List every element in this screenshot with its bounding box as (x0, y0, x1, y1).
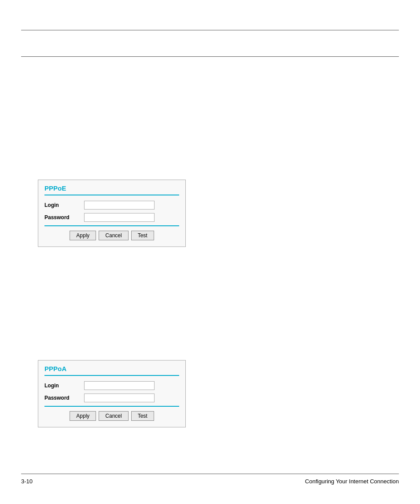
pppoe-bottom-divider (44, 225, 179, 226)
pppoe-password-input[interactable] (84, 213, 155, 222)
pppoe-apply-button[interactable]: Apply (70, 231, 96, 240)
pppoa-password-label: Password (44, 395, 84, 401)
pppoa-login-input[interactable] (84, 381, 155, 390)
pppoa-cancel-button[interactable]: Cancel (99, 411, 128, 421)
pppoa-title: PPPoA (44, 365, 179, 372)
pppoe-password-row: Password (44, 213, 179, 222)
pppoa-bottom-divider (44, 406, 179, 407)
pppoa-top-divider (44, 375, 179, 376)
pppoe-login-input[interactable] (84, 201, 155, 210)
pppoe-form-box: PPPoE Login Password Apply Cancel Test (38, 180, 186, 247)
pppoa-login-label: Login (44, 383, 84, 389)
pppoa-password-input[interactable] (84, 394, 155, 402)
pppoa-login-row: Login (44, 381, 179, 390)
pppoa-buttons: Apply Cancel Test (44, 411, 179, 421)
footer-page-number: 3-10 (21, 478, 33, 485)
pppoe-title: PPPoE (44, 184, 179, 192)
pppoe-password-label: Password (44, 214, 84, 221)
pppoa-apply-button[interactable]: Apply (70, 411, 96, 421)
pppoe-login-label: Login (44, 202, 84, 208)
footer-chapter-title: Configuring Your Internet Connection (305, 478, 399, 485)
footer-rule (21, 474, 399, 474)
second-rule (21, 56, 399, 57)
pppoa-section: PPPoA Login Password Apply Cancel Test (38, 360, 186, 427)
pppoa-test-button[interactable]: Test (131, 411, 154, 421)
pppoe-cancel-button[interactable]: Cancel (99, 231, 128, 240)
pppoe-test-button[interactable]: Test (131, 231, 154, 240)
pppoa-form-box: PPPoA Login Password Apply Cancel Test (38, 360, 186, 427)
pppoe-section: PPPoE Login Password Apply Cancel Test (38, 180, 186, 247)
pppoe-top-divider (44, 195, 179, 195)
pppoe-login-row: Login (44, 201, 179, 210)
pppoe-buttons: Apply Cancel Test (44, 231, 179, 240)
page-container: PPPoE Login Password Apply Cancel Test P… (0, 0, 420, 504)
pppoa-password-row: Password (44, 394, 179, 402)
top-rule (21, 30, 399, 30)
